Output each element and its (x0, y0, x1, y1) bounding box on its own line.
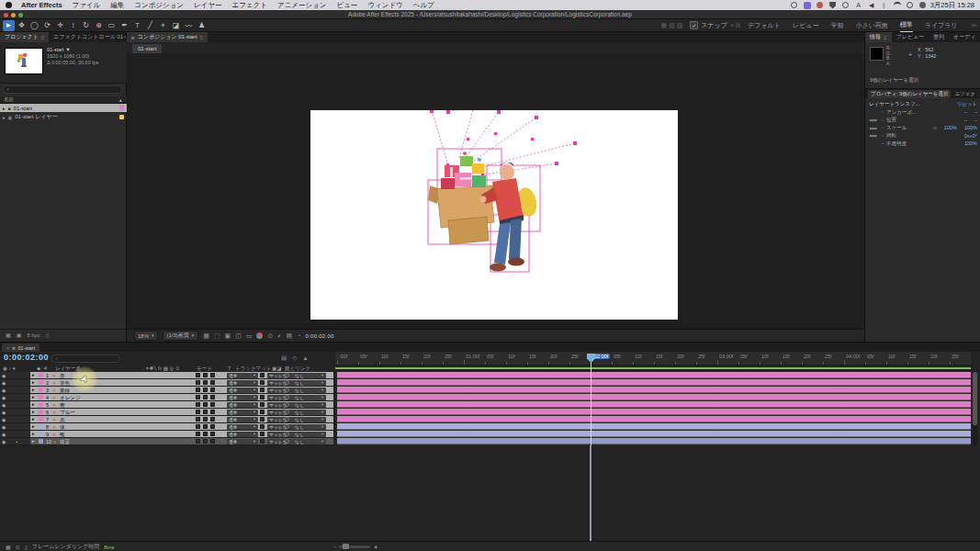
layer-entry[interactable]: ▸4★オレンジ通常▼マットな▼なし▼ (30, 394, 333, 400)
twirl-icon[interactable]: ▸ (32, 372, 35, 377)
parent-link-column[interactable]: 親とリンク (285, 365, 310, 372)
switch-cell[interactable] (196, 410, 200, 414)
layer-entry[interactable]: ▸8★体通常▼マットな▼なし▼ (30, 423, 333, 430)
property-value[interactable]: 100% (944, 125, 957, 130)
layer-entry[interactable]: ▸2★茶色通常▼マットな▼なし▼ (30, 379, 333, 386)
switch-cell[interactable] (210, 388, 215, 392)
timeline-search-input[interactable]: ⌕ (51, 354, 119, 363)
label-color-chip[interactable] (39, 417, 43, 422)
property-value[interactable]: – (964, 118, 967, 123)
reset-button[interactable]: リセット (956, 101, 977, 107)
switch-cell[interactable] (196, 417, 200, 422)
property-row[interactable]: ◀◆▶◔スケール∞100%100% (865, 124, 980, 132)
pickwhip-icon[interactable] (285, 388, 289, 392)
switch-cell[interactable] (210, 373, 215, 377)
workspace-学習[interactable]: 学習 (831, 19, 844, 32)
eye-icon[interactable]: ◉ (2, 373, 6, 378)
stopwatch-icon[interactable]: ◔ (881, 118, 884, 123)
tab-プレビュー[interactable]: プレビュー (892, 32, 929, 42)
label-color-chip[interactable] (119, 106, 124, 110)
project-bit-depth[interactable]: 8 bpc (27, 332, 40, 338)
label-color-chip[interactable] (39, 388, 43, 392)
timeline-view-icon-2[interactable]: ▲ (302, 354, 308, 362)
switch-cell[interactable] (210, 380, 215, 385)
label-color-chip[interactable] (39, 402, 43, 407)
tab-effect-controls[interactable]: エフェクトコントロール 01-st≫ (49, 32, 126, 42)
project-search-input[interactable]: ⌕ (3, 85, 122, 94)
show-snapshot-icon[interactable]: ◔ (297, 332, 300, 339)
twirl-icon[interactable]: ▸ (3, 106, 6, 111)
menu-item-0[interactable]: After Effects (21, 1, 62, 9)
layer-name[interactable]: 靴 (60, 432, 65, 438)
layer-duration-bar[interactable] (337, 372, 971, 378)
twirl-icon[interactable]: ▸ (32, 401, 35, 407)
switch-cell[interactable] (196, 439, 200, 444)
layer-duration-bar[interactable] (337, 401, 971, 408)
parent-dropdown[interactable]: なし▼ (293, 432, 326, 437)
zoom-out-icon[interactable]: – (333, 544, 336, 549)
layer-name[interactable]: 赤 (60, 373, 65, 379)
layer-duration-bar[interactable] (337, 423, 971, 430)
workspace-ライブラリ[interactable]: ライブラリ (925, 19, 958, 32)
composition-tab[interactable]: 01-start (132, 44, 162, 53)
label-color-chip[interactable] (39, 424, 43, 429)
menu-item-5[interactable]: エフェクト (232, 1, 267, 10)
flowchart-icon[interactable]: ▯ (25, 544, 28, 550)
pickwhip-icon[interactable] (285, 439, 289, 444)
switch-cell[interactable] (203, 410, 208, 414)
timeline-ruler[interactable]: :00f05f10f15f20f25f01:00f05f10f15f20f25f… (335, 352, 971, 365)
twirl-icon[interactable]: ▸ (32, 394, 35, 399)
tab-整列[interactable]: 整列 (929, 32, 949, 42)
stopwatch-icon[interactable]: ◔ (881, 133, 884, 139)
do-not-disturb-icon[interactable] (842, 2, 850, 9)
switch-cell[interactable] (210, 395, 215, 399)
orbit-camera-tool[interactable]: ⟳ (41, 20, 53, 31)
channel-icon[interactable] (256, 332, 263, 339)
region-of-interest-icon[interactable]: ▣ (225, 332, 231, 340)
layer-duration-bar[interactable] (337, 394, 971, 400)
mode-dropdown[interactable]: 通常▼ (227, 388, 258, 393)
eye-icon[interactable]: ◉ (2, 417, 6, 422)
stopwatch-icon[interactable]: ◔ (881, 109, 884, 115)
pickwhip-icon[interactable] (285, 395, 289, 399)
puppet-pin-tool[interactable]: ♟ (196, 20, 208, 31)
composition-timecode[interactable]: 0:00:02:00 (305, 333, 333, 339)
preserve-transparency-column[interactable]: T (228, 365, 231, 371)
parent-dropdown[interactable]: なし▼ (293, 388, 326, 393)
switch-cell[interactable] (210, 402, 215, 407)
label-color-chip[interactable] (39, 373, 43, 377)
layer-row[interactable]: ◉▸3★黄緑通常▼マットな▼なし▼ (0, 387, 335, 394)
layer-duration-bar[interactable] (337, 438, 971, 444)
layer-row[interactable]: ◉▸2★茶色通常▼マットな▼なし▼ (0, 379, 335, 387)
switch-cell[interactable] (196, 380, 200, 385)
pickwhip-icon[interactable] (285, 410, 289, 414)
switch-cell[interactable] (203, 432, 208, 436)
label-color-chip[interactable] (39, 380, 43, 385)
layer-duration-bar[interactable] (337, 387, 971, 393)
layer-row[interactable]: ◉▸5★青通常▼マットな▼なし▼ (0, 401, 335, 409)
layer-row[interactable]: ◉▪▸10★背景通常▼マットな▼なし▼ (0, 438, 335, 445)
property-value[interactable]: – (974, 118, 977, 123)
layer-entry[interactable]: ▸9★靴通常▼マットな▼なし▼ (30, 431, 333, 437)
menu-clock[interactable]: 3月25日 15:28 (930, 1, 974, 10)
switch-cell[interactable] (203, 402, 208, 407)
eye-icon[interactable]: ◉ (2, 395, 6, 400)
timeline-zoom-control[interactable]: – ▲ (333, 544, 378, 549)
mode-dropdown[interactable]: 通常▼ (227, 432, 258, 437)
zoom-slider[interactable] (339, 545, 370, 548)
snapshot-icon[interactable]: ▤ (287, 332, 293, 340)
pickwhip-icon[interactable] (285, 417, 289, 422)
keyframe-nav-icon[interactable]: ◀◆▶ (869, 118, 878, 122)
text-tool[interactable]: T (131, 20, 143, 31)
layer-entry[interactable]: ▸1★赤通常▼マットな▼なし▼ (30, 372, 333, 378)
composition-name[interactable]: 01-start ▼ (47, 47, 99, 53)
twirl-icon[interactable]: ▸ (32, 387, 35, 392)
pen-tool[interactable]: ✒ (118, 20, 130, 31)
keyframe-nav-icon[interactable]: ◀◆▶ (869, 126, 878, 130)
property-row[interactable]: ◀◆▶◔位置–– (865, 117, 980, 125)
input-source-icon[interactable]: A (855, 2, 862, 9)
sort-icon[interactable]: ▲ (118, 97, 123, 103)
property-value[interactable]: – (964, 109, 967, 115)
stopwatch-icon[interactable]: ◔ (881, 141, 884, 146)
user-icon[interactable] (919, 2, 927, 9)
